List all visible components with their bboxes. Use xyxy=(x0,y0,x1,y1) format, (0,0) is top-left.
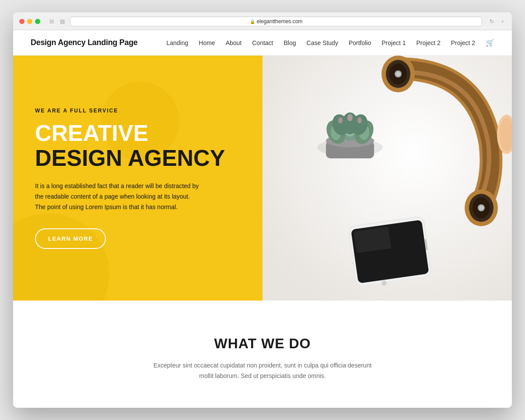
hero-description: It is a long established fact that a rea… xyxy=(35,181,201,212)
section-description: Excepteur sint occaecat cupidatat non pr… xyxy=(153,360,372,382)
traffic-lights xyxy=(19,19,40,24)
browser-nav-icons: ⊟ ▤ xyxy=(48,18,66,25)
cart-icon[interactable]: 🛒 xyxy=(486,39,494,46)
nav-link-blog[interactable]: Blog xyxy=(284,39,296,46)
hero-image xyxy=(262,56,512,301)
hero-title-dark: DESIGN AGENCY xyxy=(35,146,241,171)
nav-link-contact[interactable]: Contact xyxy=(252,39,273,46)
close-button[interactable] xyxy=(19,19,24,24)
hero-section: WE ARE A FULL SERVICE CREATIVE DESIGN AG… xyxy=(13,56,512,301)
reader-view-icon[interactable]: ⊟ xyxy=(48,18,55,25)
hero-left-panel: WE ARE A FULL SERVICE CREATIVE DESIGN AG… xyxy=(13,56,262,301)
hero-illustration xyxy=(262,56,512,301)
expand-icon[interactable]: + xyxy=(500,18,506,24)
navbar: Design Agency Landing Page Landing Home … xyxy=(13,30,512,56)
hero-title: CREATIVE DESIGN AGENCY xyxy=(35,121,241,171)
hero-title-white: CREATIVE xyxy=(35,121,241,146)
nav-link-portfolio[interactable]: Portfolio xyxy=(349,39,371,46)
svg-point-28 xyxy=(479,206,483,210)
nav-link-home[interactable]: Home xyxy=(199,39,215,46)
nav-link-project1[interactable]: Project 1 xyxy=(382,39,406,46)
svg-point-18 xyxy=(357,117,362,123)
nav-link-case-study[interactable]: Case Study xyxy=(307,39,338,46)
site-content: Design Agency Landing Page Landing Home … xyxy=(13,30,512,408)
nav-link-landing[interactable]: Landing xyxy=(166,39,188,46)
refresh-icon[interactable]: ↻ xyxy=(488,18,495,25)
address-bar[interactable]: 🔒 elegantthemes.com xyxy=(70,17,482,26)
svg-point-17 xyxy=(338,117,343,123)
browser-chrome: ⊟ ▤ 🔒 elegantthemes.com ↻ + xyxy=(13,12,512,30)
tab-icon[interactable]: ▤ xyxy=(59,18,66,25)
svg-point-16 xyxy=(347,114,353,121)
nav-links: Landing Home About Contact Blog Case Stu… xyxy=(166,38,494,47)
nav-link-about[interactable]: About xyxy=(226,39,242,46)
minimize-button[interactable] xyxy=(27,19,32,24)
section-title: WHAT WE DO xyxy=(31,336,494,352)
maximize-button[interactable] xyxy=(35,19,40,24)
nav-link-project2b[interactable]: Project 2 xyxy=(451,39,475,46)
lock-icon: 🔒 xyxy=(250,19,255,24)
what-we-do-section: WHAT WE DO Excepteur sint occaecat cupid… xyxy=(13,301,512,408)
svg-point-23 xyxy=(396,72,400,76)
learn-more-button[interactable]: LEARN MORE xyxy=(35,228,106,249)
hero-subtitle: WE ARE A FULL SERVICE xyxy=(35,108,241,114)
hero-right-panel xyxy=(262,56,512,301)
nav-brand: Design Agency Landing Page xyxy=(31,38,138,47)
nav-link-project2a[interactable]: Project 2 xyxy=(416,39,441,46)
browser-window: ⊟ ▤ 🔒 elegantthemes.com ↻ + Design Agenc… xyxy=(13,12,512,408)
url-text: elegantthemes.com xyxy=(257,18,303,24)
